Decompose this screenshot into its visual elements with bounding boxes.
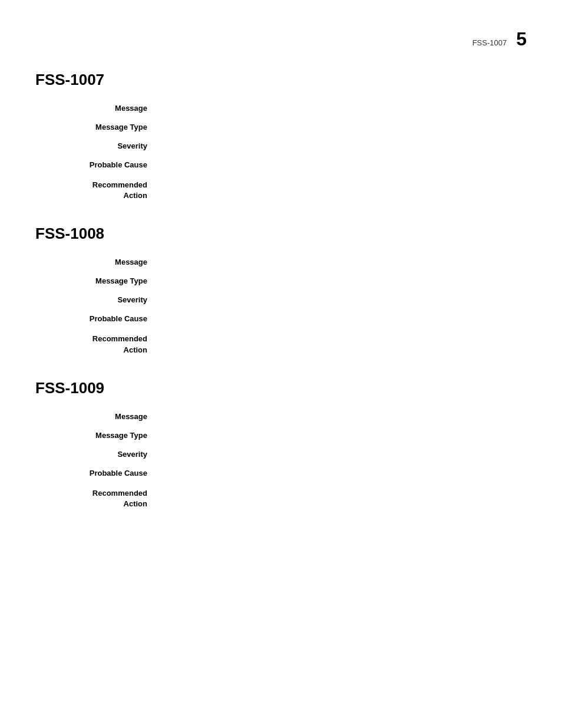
field-row-recommendedaction-1008: Recommended Action [35, 332, 527, 355]
value-severity-1008 [159, 295, 527, 309]
entry-fss-1007: FSS-1007 Message Message Type Severity P… [35, 71, 527, 201]
label-probablecause-1007: Probable Cause [35, 160, 159, 174]
value-message-1008 [159, 257, 527, 271]
field-row-probablecause-1007: Probable Cause [35, 160, 527, 174]
value-recommendedaction-1009 [159, 487, 527, 509]
value-message-1009 [159, 411, 527, 426]
field-row-probablecause-1008: Probable Cause [35, 314, 527, 328]
field-row-messagetype-1009: Message Type [35, 430, 527, 444]
label-message-1008: Message [35, 257, 159, 271]
value-messagetype-1009 [159, 430, 527, 444]
entry-title-fss-1009: FSS-1009 [35, 379, 527, 397]
field-row-messagetype-1007: Message Type [35, 122, 527, 136]
field-row-recommendedaction-1007: Recommended Action [35, 179, 527, 201]
label-messagetype-1008: Message Type [35, 276, 159, 290]
label-recommendedaction-1008: Recommended Action [35, 332, 159, 355]
field-row-message-1009: Message [35, 411, 527, 426]
field-row-probablecause-1009: Probable Cause [35, 468, 527, 482]
label-severity-1008: Severity [35, 295, 159, 309]
value-severity-1007 [159, 141, 527, 155]
field-row-message-1008: Message [35, 257, 527, 271]
value-probablecause-1008 [159, 314, 527, 328]
label-probablecause-1008: Probable Cause [35, 314, 159, 328]
page-header: FSS-1007 5 [472, 28, 527, 50]
value-messagetype-1008 [159, 276, 527, 290]
field-row-severity-1007: Severity [35, 141, 527, 155]
label-message-1007: Message [35, 103, 159, 117]
label-messagetype-1009: Message Type [35, 430, 159, 444]
header-page-number: 5 [516, 28, 527, 50]
field-row-messagetype-1008: Message Type [35, 276, 527, 290]
label-recommendedaction-1007: Recommended Action [35, 179, 159, 201]
value-message-1007 [159, 103, 527, 117]
label-message-1009: Message [35, 411, 159, 426]
header-code: FSS-1007 [472, 38, 507, 47]
field-row-severity-1009: Severity [35, 449, 527, 463]
field-row-recommendedaction-1009: Recommended Action [35, 487, 527, 509]
entry-title-fss-1007: FSS-1007 [35, 71, 527, 89]
entry-fss-1009: FSS-1009 Message Message Type Severity P… [35, 379, 527, 509]
field-row-message-1007: Message [35, 103, 527, 117]
value-messagetype-1007 [159, 122, 527, 136]
entry-fss-1008: FSS-1008 Message Message Type Severity P… [35, 225, 527, 355]
value-probablecause-1009 [159, 468, 527, 482]
value-probablecause-1007 [159, 160, 527, 174]
label-severity-1007: Severity [35, 141, 159, 155]
value-recommendedaction-1008 [159, 332, 527, 355]
entry-title-fss-1008: FSS-1008 [35, 225, 527, 243]
label-severity-1009: Severity [35, 449, 159, 463]
label-messagetype-1007: Message Type [35, 122, 159, 136]
label-recommendedaction-1009: Recommended Action [35, 487, 159, 509]
field-row-severity-1008: Severity [35, 295, 527, 309]
value-severity-1009 [159, 449, 527, 463]
page-content: FSS-1007 Message Message Type Severity P… [0, 0, 562, 568]
value-recommendedaction-1007 [159, 179, 527, 201]
label-probablecause-1009: Probable Cause [35, 468, 159, 482]
